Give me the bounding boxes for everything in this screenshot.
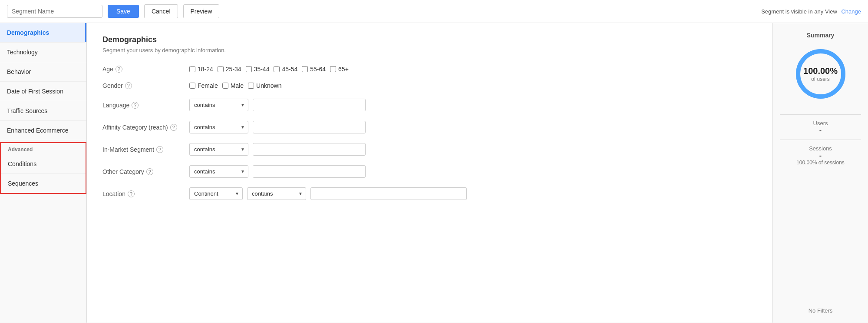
- change-link[interactable]: Change: [841, 8, 861, 15]
- sidebar-item-behavior[interactable]: Behavior: [0, 62, 86, 82]
- sidebar-item-date-of-first-session[interactable]: Date of First Session: [0, 82, 86, 101]
- gender-help-icon[interactable]: ?: [125, 82, 132, 89]
- affinity-label: Affinity Category (reach) ?: [102, 124, 189, 131]
- age-25-34-option[interactable]: 25-34: [218, 66, 241, 73]
- language-help-icon[interactable]: ?: [132, 102, 139, 109]
- other-category-help-icon[interactable]: ?: [146, 168, 153, 175]
- location-help-icon[interactable]: ?: [128, 190, 135, 197]
- in-market-label: In-Market Segment ?: [102, 146, 189, 153]
- in-market-select-wrapper: contains does not contain starts with en…: [189, 143, 248, 156]
- other-category-select[interactable]: contains does not contain starts with en…: [189, 165, 248, 178]
- age-controls: 18-24 25-34 35-44 45-54 55-64 65+: [189, 66, 349, 73]
- age-45-54-checkbox[interactable]: [274, 66, 280, 72]
- affinity-select[interactable]: contains does not contain starts with en…: [189, 121, 248, 133]
- visibility-text: Segment is visible in any View: [761, 8, 837, 15]
- segment-name-input[interactable]: [7, 5, 102, 18]
- in-market-controls: contains does not contain starts with en…: [189, 143, 366, 156]
- gender-female-checkbox[interactable]: [189, 83, 195, 89]
- main-layout: Demographics Technology Behavior Date of…: [0, 23, 868, 323]
- age-18-24-option[interactable]: 18-24: [189, 66, 213, 73]
- location-condition-select-wrapper: contains does not contain starts with en…: [247, 187, 306, 200]
- gender-label: Gender ?: [102, 82, 189, 89]
- in-market-row: In-Market Segment ? contains does not co…: [102, 143, 757, 156]
- age-45-54-option[interactable]: 45-54: [274, 66, 297, 73]
- cancel-button[interactable]: Cancel: [144, 4, 178, 18]
- gender-male-option[interactable]: Male: [222, 82, 244, 89]
- age-25-34-checkbox[interactable]: [218, 66, 224, 72]
- other-category-select-wrapper: contains does not contain starts with en…: [189, 165, 248, 178]
- save-button[interactable]: Save: [108, 5, 139, 18]
- language-select[interactable]: contains does not contain starts with en…: [189, 99, 248, 111]
- language-label: Language ?: [102, 102, 189, 109]
- sessions-percent: 100.00% of sessions: [796, 160, 845, 166]
- age-18-24-checkbox[interactable]: [189, 66, 195, 72]
- location-controls: Continent Sub Continent Country Region M…: [189, 187, 467, 200]
- gender-unknown-checkbox[interactable]: [248, 83, 254, 89]
- age-65plus-checkbox[interactable]: [330, 66, 336, 72]
- advanced-group: Advanced Conditions Sequences: [0, 142, 86, 194]
- donut-sublabel: of users: [803, 76, 838, 82]
- sidebar: Demographics Technology Behavior Date of…: [0, 23, 87, 323]
- affinity-select-wrapper: contains does not contain starts with en…: [189, 121, 248, 133]
- language-controls: contains does not contain starts with en…: [189, 99, 366, 111]
- donut-label: 100.00% of users: [803, 66, 838, 82]
- language-input[interactable]: [253, 99, 366, 111]
- sidebar-item-traffic-sources[interactable]: Traffic Sources: [0, 101, 86, 121]
- sidebar-item-demographics[interactable]: Demographics: [0, 23, 86, 43]
- gender-male-checkbox[interactable]: [222, 83, 228, 89]
- content-area: Demographics Segment your users by demog…: [87, 23, 772, 323]
- age-65plus-option[interactable]: 65+: [330, 66, 349, 73]
- sidebar-item-sequences[interactable]: Sequences: [1, 174, 86, 193]
- sidebar-item-enhanced-ecommerce[interactable]: Enhanced Ecommerce: [0, 121, 86, 140]
- age-55-64-checkbox[interactable]: [302, 66, 308, 72]
- gender-controls: Female Male Unknown: [189, 82, 281, 89]
- in-market-input[interactable]: [253, 143, 366, 156]
- sessions-label: Sessions: [809, 145, 832, 152]
- visibility-info: Segment is visible in any View Change: [761, 8, 861, 15]
- sidebar-item-conditions[interactable]: Conditions: [1, 154, 86, 174]
- sidebar-item-technology[interactable]: Technology: [0, 43, 86, 62]
- affinity-help-icon[interactable]: ?: [170, 124, 177, 131]
- age-label: Age ?: [102, 66, 189, 73]
- sessions-value: -: [819, 152, 822, 160]
- location-input[interactable]: [310, 187, 467, 200]
- language-select-wrapper: contains does not contain starts with en…: [189, 99, 248, 111]
- other-category-controls: contains does not contain starts with en…: [189, 165, 366, 178]
- no-filters-label: No Filters: [809, 299, 833, 314]
- other-category-input[interactable]: [253, 165, 366, 178]
- age-35-44-option[interactable]: 35-44: [246, 66, 270, 73]
- preview-button[interactable]: Preview: [183, 4, 220, 18]
- in-market-select[interactable]: contains does not contain starts with en…: [189, 143, 248, 156]
- gender-female-option[interactable]: Female: [189, 82, 218, 89]
- age-help-icon[interactable]: ?: [116, 66, 122, 73]
- users-value: -: [819, 127, 822, 134]
- location-row: Location ? Continent Sub Continent Count…: [102, 187, 757, 200]
- age-row: Age ? 18-24 25-34 35-44 45-54 55-64: [102, 66, 757, 73]
- summary-title: Summary: [807, 32, 835, 39]
- summary-divider-2: [780, 140, 861, 140]
- affinity-row: Affinity Category (reach) ? contains doe…: [102, 121, 757, 133]
- top-bar: Save Cancel Preview Segment is visible i…: [0, 0, 868, 23]
- affinity-input[interactable]: [253, 121, 366, 133]
- age-55-64-option[interactable]: 55-64: [302, 66, 326, 73]
- summary-divider-1: [780, 114, 861, 115]
- other-category-row: Other Category ? contains does not conta…: [102, 165, 757, 178]
- language-row: Language ? contains does not contain sta…: [102, 99, 757, 111]
- content-title: Demographics: [102, 35, 757, 44]
- location-type-select[interactable]: Continent Sub Continent Country Region M…: [189, 187, 243, 200]
- location-label: Location ?: [102, 190, 189, 197]
- donut-chart: 100.00% of users: [792, 46, 849, 102]
- age-35-44-checkbox[interactable]: [246, 66, 252, 72]
- donut-percent: 100.00%: [803, 66, 838, 76]
- gender-row: Gender ? Female Male Unknown: [102, 82, 757, 89]
- summary-panel: Summary 100.00% of users Users - Session…: [772, 23, 868, 323]
- other-category-label: Other Category ?: [102, 168, 189, 175]
- content-subtitle: Segment your users by demographic inform…: [102, 47, 757, 53]
- advanced-label: Advanced: [1, 143, 86, 154]
- gender-unknown-option[interactable]: Unknown: [248, 82, 281, 89]
- affinity-controls: contains does not contain starts with en…: [189, 121, 366, 133]
- in-market-help-icon[interactable]: ?: [156, 146, 163, 153]
- location-type-select-wrapper: Continent Sub Continent Country Region M…: [189, 187, 243, 200]
- location-condition-select[interactable]: contains does not contain starts with en…: [247, 187, 306, 200]
- users-label: Users: [813, 120, 828, 127]
